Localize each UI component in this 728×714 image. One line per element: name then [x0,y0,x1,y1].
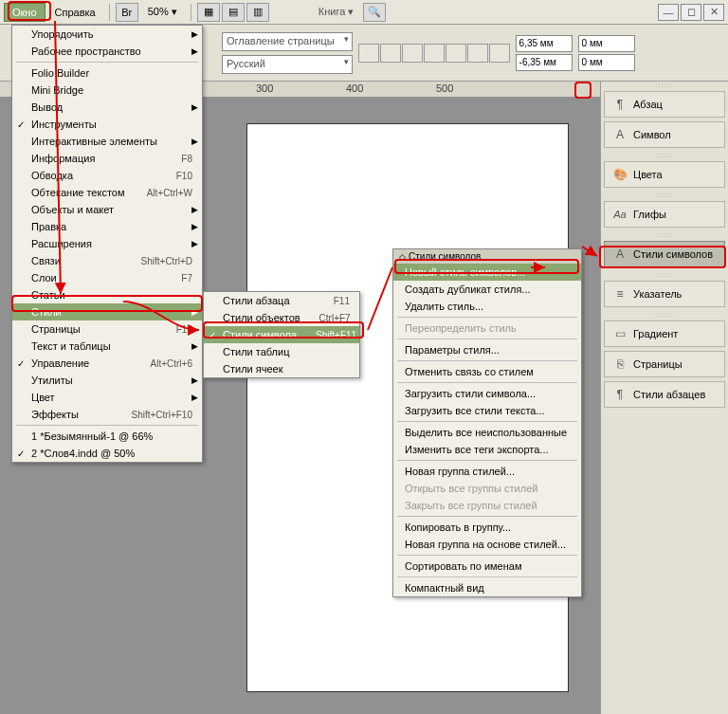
flyout-options[interactable]: Параметры стиля... [393,341,581,358]
menu-sloi[interactable]: СлоиF7 [12,269,202,286]
pages-icon: ⎘ [612,357,628,371]
align-7-icon[interactable] [489,44,510,63]
flyout-open-groups: Открыть все группы стилей [393,480,581,497]
flyout-load-all[interactable]: Загрузить все стили текста... [393,402,581,419]
menu-info[interactable]: ИнформацияF8 [12,150,202,167]
panel-glify[interactable]: AaГлифы [604,201,725,228]
close-icon[interactable]: ✕ [703,4,724,21]
menu-stranicy[interactable]: СтраницыF12 [12,320,202,338]
glyphs-icon: Aa [612,208,628,221]
flyout-title: Стили символов [393,249,581,264]
menu-instrumenty[interactable]: ✓Инструменты [12,116,202,133]
align-6-icon[interactable] [467,44,488,63]
flyout-copy-group[interactable]: Копировать в группу... [393,519,581,536]
menu-interakt[interactable]: Интерактивные элементы▶ [12,133,202,150]
margin-top-field[interactable] [516,35,573,52]
flyout-edit-tags[interactable]: Изменить все теги экспорта... [393,441,581,458]
bridge-button[interactable]: Br [116,3,138,22]
menu-stati[interactable]: Статьи [12,286,202,303]
align-left-icon[interactable] [358,44,379,63]
toolbar-btn-3[interactable]: ▥ [246,3,269,22]
align-right-icon[interactable] [402,44,423,63]
flyout-new-style[interactable]: Новый стиль символов... [393,264,581,281]
menu-pravka[interactable]: Правка▶ [12,218,202,235]
align-justify-icon[interactable] [424,44,445,63]
submenu-simvola[interactable]: ✓Стили символаShift+F11 [204,326,359,343]
submenu-yacheek[interactable]: Стили ячеек [204,360,359,377]
character-icon: A [612,128,628,141]
flyout-compact[interactable]: Компактный вид [393,579,581,596]
gradient-icon: ▭ [612,327,628,340]
menu-tekst[interactable]: Текст и таблицы▶ [12,338,202,355]
flyout-redefine: Переопределить стиль [393,320,581,337]
menu-okno[interactable]: Окно [4,3,46,22]
minimize-icon[interactable]: — [658,4,679,21]
menu-objekty[interactable]: Объекты и макет▶ [12,201,202,218]
char-styles-icon: A [612,247,628,261]
menu-vyvod[interactable]: Вывод▶ [12,99,202,116]
menu-uporyadochit[interactable]: Упорядочить▶ [12,26,202,43]
menu-doc2[interactable]: ✓2 *Слов4.indd @ 50% [12,445,202,462]
paragraph-icon: ¶ [612,98,628,111]
submenu-abzaca[interactable]: Стили абзацаF11 [204,292,359,309]
menu-utility[interactable]: Утилиты▶ [12,372,202,389]
toolbar-btn-2[interactable]: ▤ [222,3,245,22]
menu-obvodka[interactable]: ОбводкаF10 [12,167,202,184]
zoom-level[interactable]: 50% ▾ [140,3,185,21]
margin-right-field[interactable] [578,54,635,71]
para-styles-icon: ¶ [612,388,628,401]
flyout-close-groups: Закрыть все группы стилей [393,497,581,514]
toc-dropdown[interactable]: Оглавление страницы [222,32,353,51]
workspace-switcher[interactable]: Книга ▾ [311,3,362,21]
flyout-duplicate[interactable]: Создать дубликат стиля... [393,281,581,298]
align-center-icon[interactable] [380,44,401,63]
maximize-icon[interactable]: ◻ [681,4,701,21]
panel-ukazatel[interactable]: ≡Указатель [604,281,725,307]
menu-spravka[interactable]: Справка [47,4,103,21]
flyout-break-link[interactable]: Отменить связь со стилем [393,363,581,380]
menu-rasshir[interactable]: Расширения▶ [12,235,202,252]
panel-stili-abzacev[interactable]: ¶Стили абзацев [604,381,725,408]
search-icon[interactable]: 🔍 [363,3,386,22]
panel-gradient[interactable]: ▭Градиент [604,320,725,347]
window-menu: Упорядочить▶ Рабочее пространство▶ Folio… [11,25,203,463]
flyout-select-unused[interactable]: Выделить все неиспользованные [393,424,581,441]
align-group [358,44,510,63]
submenu-tablic[interactable]: Стили таблиц [204,343,359,360]
panel-stranicy[interactable]: ⎘Страницы [604,351,725,377]
submenu-objektov[interactable]: Стили объектовCtrl+F7 [204,309,359,326]
menu-minibridge[interactable]: Mini Bridge [12,82,202,99]
index-icon: ≡ [612,287,628,301]
menu-stili[interactable]: Стили▶ [12,303,202,320]
align-5-icon[interactable] [446,44,466,63]
menu-doc1[interactable]: 1 *Безымянный-1 @ 66% [12,428,202,445]
margin-bottom-field[interactable] [516,54,573,71]
flyout-sort[interactable]: Сортировать по именам [393,558,581,575]
stili-submenu: Стили абзацаF11 Стили объектовCtrl+F7 ✓С… [203,291,360,378]
menu-rabochee[interactable]: Рабочее пространство▶ [12,43,202,60]
flyout-new-group[interactable]: Новая группа стилей... [393,463,581,480]
panel-simvol[interactable]: AСимвол [604,121,725,148]
language-dropdown[interactable]: Русский [222,55,353,74]
menu-upravlenie[interactable]: ✓УправлениеAlt+Ctrl+6 [12,355,202,372]
menu-folio[interactable]: Folio Builder [12,64,202,82]
margin-left-field[interactable] [578,35,635,52]
menu-cvet[interactable]: Цвет▶ [12,389,202,406]
char-styles-flyout: Стили символов Новый стиль символов... С… [392,248,582,597]
panel-stili-simvolov[interactable]: AСтили символов [604,241,725,267]
flyout-load-char[interactable]: Загрузить стили символа... [393,385,581,402]
menu-obtekanie[interactable]: Обтекание текстомAlt+Ctrl+W [12,184,202,201]
flyout-group-from[interactable]: Новая группа на основе стилей... [393,536,581,553]
menubar: Окно Справка Br 50% ▾ ▦ ▤ ▥ Книга ▾ 🔍 — … [0,0,728,25]
panel-abzac[interactable]: ¶Абзац [604,91,725,118]
menu-svyazi[interactable]: СвязиShift+Ctrl+D [12,252,202,269]
panel-dock: :::::: ¶Абзац AСимвол :::::: 🎨Цвета ::::… [600,82,728,714]
menu-effekty[interactable]: ЭффектыShift+Ctrl+F10 [12,406,202,423]
flyout-delete[interactable]: Удалить стиль... [393,298,581,315]
panel-cveta[interactable]: 🎨Цвета [604,161,725,188]
colors-icon: 🎨 [612,168,628,181]
toolbar-btn-1[interactable]: ▦ [197,3,220,22]
